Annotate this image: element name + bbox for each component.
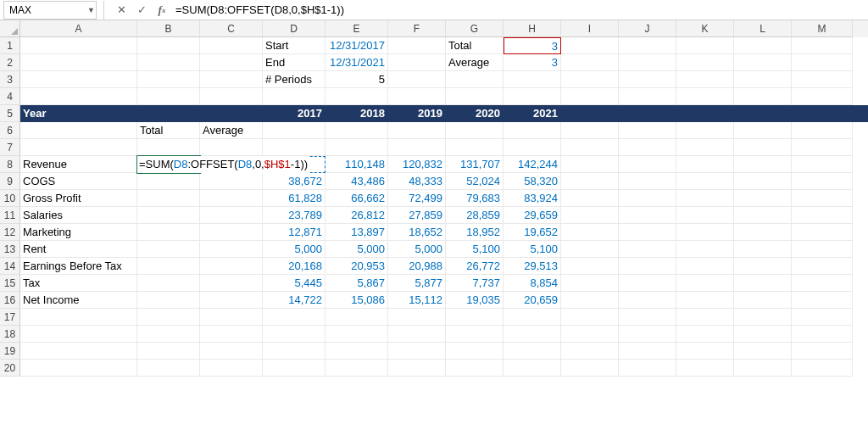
cell[interactable]: 2018 [326,105,388,122]
cell[interactable] [446,343,504,360]
cell[interactable] [20,88,137,105]
cell[interactable] [734,105,792,122]
cell[interactable] [561,309,619,326]
cell[interactable] [792,71,853,88]
cell[interactable] [388,309,446,326]
cell[interactable] [20,122,137,139]
cell[interactable] [619,37,676,54]
cell[interactable] [792,309,853,326]
cell[interactable] [619,224,676,241]
row-header[interactable]: 15 [0,275,20,292]
row-header[interactable]: 4 [0,88,20,105]
row-header[interactable]: 17 [0,309,20,326]
cell[interactable]: 38,672 [263,173,326,190]
cell[interactable] [20,37,137,54]
cell[interactable] [20,71,137,88]
cell[interactable]: 110,148 [326,156,388,173]
cell[interactable] [676,173,734,190]
row-header[interactable]: 11 [0,207,20,224]
cell[interactable]: Average [446,54,504,71]
cell[interactable] [263,326,326,343]
cell[interactable]: 18,652 [388,224,446,241]
cell[interactable] [676,309,734,326]
cell[interactable] [676,190,734,207]
cell[interactable]: 66,662 [326,190,388,207]
cell[interactable]: 142,244 [504,156,561,173]
cell[interactable] [792,224,853,241]
cell[interactable]: Gross Profit [20,190,137,207]
cell[interactable] [137,360,200,377]
cell[interactable] [619,292,676,309]
cell[interactable]: 15,112 [388,292,446,309]
cell[interactable]: 3 [504,54,561,71]
cell[interactable] [446,139,504,156]
cell[interactable]: 19,035 [446,292,504,309]
cell[interactable] [263,139,326,156]
cell[interactable] [504,360,561,377]
cell[interactable] [734,156,792,173]
cell[interactable] [792,275,853,292]
cell[interactable] [792,241,853,258]
cell[interactable]: 2020 [446,105,504,122]
cell[interactable] [504,122,561,139]
cell[interactable] [263,309,326,326]
cell[interactable] [561,173,619,190]
cell[interactable] [200,241,263,258]
cell[interactable]: 12/31/2017 [326,37,388,54]
row-header[interactable]: 16 [0,292,20,309]
cell[interactable] [619,54,676,71]
cell[interactable] [326,309,388,326]
cell[interactable] [619,173,676,190]
cell[interactable] [734,88,792,105]
cell[interactable] [20,326,137,343]
cell[interactable] [20,139,137,156]
cell[interactable] [137,71,200,88]
cell[interactable] [561,258,619,275]
cell[interactable]: Total [446,37,504,54]
cell[interactable]: 28,859 [446,207,504,224]
col-header[interactable]: D [263,20,326,37]
col-header[interactable]: H [504,20,561,37]
cell[interactable] [619,275,676,292]
cell[interactable] [792,105,853,122]
cell[interactable] [561,360,619,377]
cell[interactable] [734,71,792,88]
row-header[interactable]: 9 [0,173,20,190]
cell[interactable] [388,326,446,343]
spreadsheet-grid[interactable]: A B C D E F G H I J K L M 1 Start 12/31/… [0,20,868,377]
cell[interactable] [792,139,853,156]
cell[interactable]: 48,333 [388,173,446,190]
cell[interactable]: Net Income [20,292,137,309]
cell[interactable]: 2021 [504,105,561,122]
cell[interactable] [792,88,853,105]
cell[interactable] [792,207,853,224]
cell[interactable] [676,88,734,105]
cell[interactable] [200,343,263,360]
cell[interactable] [263,360,326,377]
cell[interactable] [734,343,792,360]
cell[interactable] [792,37,853,54]
cell[interactable] [20,54,137,71]
col-header[interactable]: A [20,20,137,37]
cell[interactable] [200,258,263,275]
cell[interactable] [792,258,853,275]
cell[interactable]: 5 [326,71,388,88]
cell[interactable] [137,207,200,224]
cell[interactable] [263,122,326,139]
cell[interactable]: 8,854 [504,275,561,292]
cell[interactable]: 5,100 [446,241,504,258]
cell[interactable] [137,241,200,258]
col-header[interactable]: C [200,20,263,37]
cell[interactable] [504,309,561,326]
cell[interactable] [734,207,792,224]
row-header[interactable]: 3 [0,71,20,88]
col-header[interactable]: M [792,20,853,37]
cell[interactable] [619,122,676,139]
cell[interactable]: 120,832 [388,156,446,173]
cell-h1[interactable]: 3 [504,37,561,54]
cell[interactable] [200,54,263,71]
cell[interactable] [561,292,619,309]
cell[interactable] [200,156,263,173]
cell[interactable]: 12,871 [263,224,326,241]
cell[interactable]: 52,024 [446,173,504,190]
